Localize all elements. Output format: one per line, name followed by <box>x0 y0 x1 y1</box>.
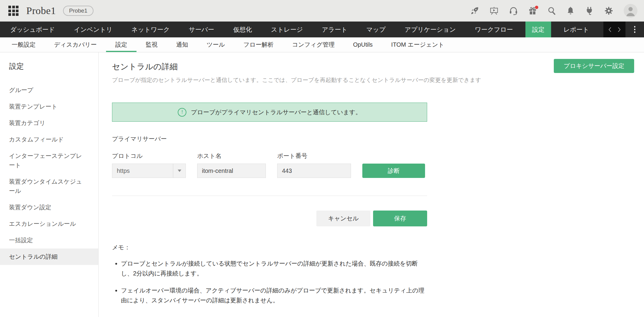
subnav-item-monitoring[interactable]: 監視 <box>137 37 167 52</box>
memo-item: プローブとセントラルが接続している状態でセントラルサーバーの詳細が更新された場合… <box>121 259 429 278</box>
status-banner: プローブがプライマリセントラルサーバーと通信しています。 <box>112 103 427 122</box>
content-area: セントラルの詳細 プローブが指定のセントラルサーバーと通信しています。ここでは、… <box>99 52 644 317</box>
subnav-item-oputils[interactable]: OpUtils <box>344 37 382 52</box>
subnav-item-discovery[interactable]: ディスカバリー <box>45 37 106 52</box>
nav-item-reports[interactable]: レポート <box>557 22 595 37</box>
nav-item-inventory[interactable]: インベントリ <box>67 22 119 37</box>
page-description: プローブが指定のセントラルサーバーと通信しています。ここでは、プローブを再起動す… <box>112 76 481 84</box>
nav-scroll-arrows <box>603 22 625 37</box>
subnav-item-notifications[interactable]: 通知 <box>167 37 197 52</box>
product-title: Probe1 <box>26 5 56 16</box>
nav-item-applications[interactable]: アプリケーション <box>398 22 462 37</box>
sidebar-item-interface-templates[interactable]: インターフェーステンプレート <box>0 148 98 173</box>
protocol-select[interactable]: https <box>112 164 186 178</box>
sidebar-item-escalation-rules[interactable]: エスカレーションルール <box>0 216 98 232</box>
protocol-selected-value: https <box>112 167 173 174</box>
hostname-input[interactable] <box>197 164 266 178</box>
notification-dot <box>535 6 538 9</box>
plug-icon[interactable] <box>585 6 594 15</box>
sidebar-item-device-templates[interactable]: 装置テンプレート <box>0 98 98 115</box>
subnav-item-general-settings[interactable]: 一般設定 <box>2 37 45 52</box>
title-block: セントラルの詳細 プローブが指定のセントラルサーバーと通信しています。ここでは、… <box>112 52 481 84</box>
settings-gear-icon[interactable] <box>604 6 614 16</box>
nav-item-workflow[interactable]: ワークフロー <box>468 22 519 37</box>
subnav-item-settings[interactable]: 設定 <box>106 37 137 52</box>
cancel-button[interactable]: キャンセル <box>316 211 370 226</box>
topbar-brand: Probe1 Probe1 <box>8 5 93 16</box>
diagnose-field: 診断 <box>362 164 425 178</box>
subnav-item-flow-analysis[interactable]: フロー解析 <box>234 37 283 52</box>
user-avatar[interactable] <box>624 4 637 18</box>
nav-item-settings[interactable]: 設定 <box>525 22 551 37</box>
form-divider <box>112 196 427 196</box>
nav-item-maps[interactable]: マップ <box>360 22 392 37</box>
nav-item-virtualization[interactable]: 仮想化 <box>226 22 258 37</box>
sidebar-item-central-details[interactable]: セントラルの詳細 <box>0 249 98 265</box>
apps-grid-icon[interactable] <box>8 6 19 16</box>
rocket-icon[interactable] <box>470 6 479 15</box>
sidebar-item-custom-fields[interactable]: カスタムフィールド <box>0 131 98 148</box>
chevron-right-icon[interactable] <box>617 26 621 33</box>
subnav-item-itom-agent[interactable]: ITOM エージェント <box>382 37 454 52</box>
sidebar-item-groups[interactable]: グループ <box>0 82 98 98</box>
notifications-bell-icon[interactable] <box>566 6 575 15</box>
info-icon <box>178 108 186 117</box>
chevron-left-icon[interactable] <box>608 26 612 33</box>
port-label: ポート番号 <box>277 152 351 160</box>
nav-item-server[interactable]: サーバー <box>182 22 221 37</box>
main-nav: ダッシュボード インベントリ ネットワーク サーバー 仮想化 ストレージ アラー… <box>0 22 644 37</box>
overflow-menu-icon[interactable] <box>625 22 644 37</box>
status-banner-text: プローブがプライマリセントラルサーバーと通信しています。 <box>191 108 361 116</box>
port-input[interactable] <box>277 164 351 178</box>
sidebar-item-device-downtime-schedule[interactable]: 装置ダウンタイムスケジュール <box>0 173 98 199</box>
form-actions: キャンセル 保存 <box>112 211 427 226</box>
nav-item-alerts[interactable]: アラート <box>315 22 354 37</box>
memo-title: メモ： <box>112 243 634 252</box>
support-headset-icon[interactable] <box>509 6 518 15</box>
probe-badge: Probe1 <box>63 6 93 16</box>
chevron-down-icon[interactable] <box>173 164 185 178</box>
app-root: Probe1 Probe1 <box>0 0 644 317</box>
gift-icon[interactable] <box>528 6 537 15</box>
topbar: Probe1 Probe1 <box>0 0 644 22</box>
training-video-icon[interactable] <box>489 6 499 15</box>
subnav-item-config-management[interactable]: コンフィグ管理 <box>283 37 344 52</box>
search-icon[interactable] <box>547 6 556 15</box>
content-header: セントラルの詳細 プローブが指定のセントラルサーバーと通信しています。ここでは、… <box>112 52 634 84</box>
protocol-field: プロトコル https <box>112 152 186 178</box>
nav-item-network[interactable]: ネットワーク <box>125 22 176 37</box>
diagnose-button[interactable]: 診断 <box>362 164 425 178</box>
main-nav-items: ダッシュボード インベントリ ネットワーク サーバー 仮想化 ストレージ アラー… <box>0 22 603 37</box>
sub-nav: 一般設定 ディスカバリー 設定 監視 通知 ツール フロー解析 コンフィグ管理 … <box>0 37 644 52</box>
primary-server-label: プライマリサーバー <box>112 135 634 143</box>
hostname-field: ホスト名 <box>197 152 266 178</box>
port-field: ポート番号 <box>277 152 351 178</box>
save-button[interactable]: 保存 <box>373 211 427 226</box>
nav-item-storage[interactable]: ストレージ <box>264 22 309 37</box>
memo-list: プローブとセントラルが接続している状態でセントラルサーバーの詳細が更新された場合… <box>112 259 429 305</box>
topbar-actions <box>470 4 637 18</box>
sidebar-item-device-down-settings[interactable]: 装置ダウン設定 <box>0 199 98 216</box>
subnav-item-tools[interactable]: ツール <box>197 37 234 52</box>
nav-controls <box>603 22 644 37</box>
hostname-label: ホスト名 <box>197 152 266 160</box>
sidebar-item-bulk-settings[interactable]: 一括設定 <box>0 232 98 249</box>
server-form: プロトコル https ホスト名 ポート番号 診断 <box>112 152 427 178</box>
proxy-server-settings-button[interactable]: プロキシサーバー設定 <box>554 59 634 73</box>
nav-item-dashboard[interactable]: ダッシュボード <box>4 22 62 37</box>
page-title: セントラルの詳細 <box>112 61 481 72</box>
sidebar-title: 設定 <box>9 61 98 71</box>
sidebar-item-device-categories[interactable]: 装置カテゴリ <box>0 115 98 131</box>
sidebar-list: グループ 装置テンプレート 装置カテゴリ カスタムフィールド インターフェーステ… <box>0 82 98 265</box>
memo-item: フェイルオーバー環境の場合、アクティブサーバーの詳細のみがプローブで更新されます… <box>121 286 429 305</box>
page-layout: 設定 グループ 装置テンプレート 装置カテゴリ カスタムフィールド インターフェ… <box>0 52 644 317</box>
settings-sidebar: 設定 グループ 装置テンプレート 装置カテゴリ カスタムフィールド インターフェ… <box>0 52 99 317</box>
protocol-label: プロトコル <box>112 152 186 160</box>
